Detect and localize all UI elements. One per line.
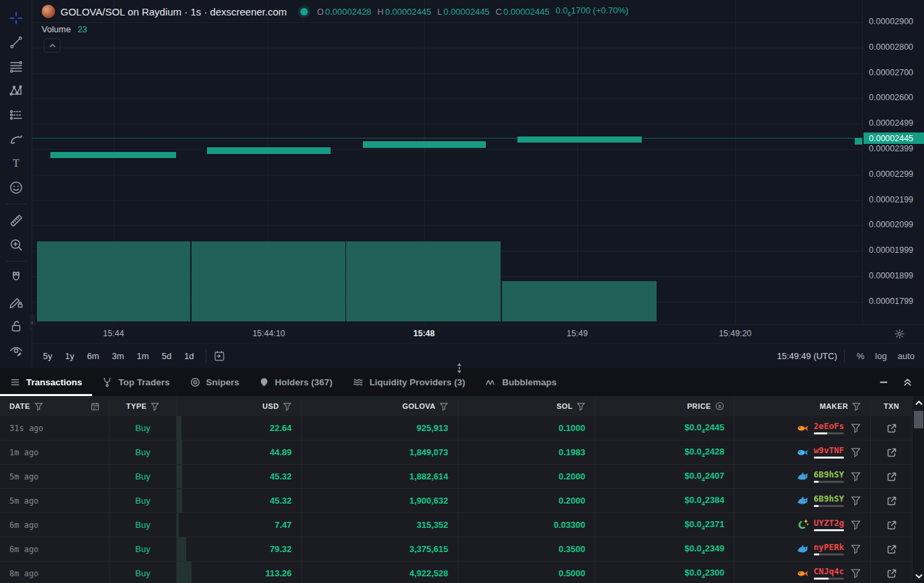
filter-sol-icon[interactable] bbox=[577, 402, 585, 411]
range-button-5y[interactable]: 5y bbox=[38, 349, 57, 363]
table-row[interactable]: 5m ago Buy 45.32 1,900,632 0.2000 $0.042… bbox=[0, 489, 912, 513]
indicator-collapse-button[interactable] bbox=[44, 38, 60, 52]
txn-external-link-icon[interactable] bbox=[886, 544, 897, 555]
col-header-sol[interactable]: SOL bbox=[556, 402, 573, 410]
emoji-tool[interactable] bbox=[4, 176, 28, 200]
tab-holders[interactable]: Holders (367) bbox=[249, 368, 343, 396]
txn-external-link-icon[interactable] bbox=[886, 447, 897, 458]
tx-token-amount: 925,913 bbox=[417, 423, 448, 433]
hide-drawings-tool[interactable] bbox=[4, 338, 28, 362]
maker-address-link[interactable]: w9vTNF bbox=[814, 446, 844, 455]
tab-snipers[interactable]: Snipers bbox=[180, 368, 250, 396]
range-button-6m[interactable]: 6m bbox=[82, 349, 103, 363]
trend-line-tool[interactable] bbox=[4, 30, 28, 54]
tx-price: $0.042407 bbox=[685, 471, 724, 483]
scroll-up-icon[interactable] bbox=[913, 396, 924, 410]
range-button-5d[interactable]: 5d bbox=[157, 349, 176, 363]
text-tool[interactable]: T bbox=[4, 151, 28, 176]
maker-address-link[interactable]: 2eEoFs bbox=[814, 422, 844, 431]
projection-tool[interactable] bbox=[4, 103, 28, 127]
filter-by-maker-icon[interactable] bbox=[851, 496, 861, 506]
range-button-1m[interactable]: 1m bbox=[132, 349, 154, 363]
scrollbar-thumb[interactable] bbox=[914, 411, 923, 428]
scroll-down-icon[interactable] bbox=[913, 570, 924, 583]
xabcd-pattern-tool[interactable] bbox=[4, 79, 28, 103]
time-tick-label: 15:48 bbox=[413, 329, 435, 338]
col-header-golova[interactable]: GOLOVA bbox=[403, 402, 435, 410]
range-button-3m[interactable]: 3m bbox=[108, 349, 129, 363]
expand-panel-icon[interactable] bbox=[903, 377, 912, 387]
scale-button-log[interactable]: log bbox=[875, 351, 886, 361]
filter-by-maker-icon[interactable] bbox=[851, 544, 861, 554]
fib-retracement-tool[interactable] bbox=[4, 54, 28, 79]
filter-date-icon[interactable] bbox=[34, 402, 43, 411]
table-scrollbar[interactable] bbox=[912, 396, 924, 583]
ohlc-readout: O0.00002428 H0.00002445 L0.00002445 C0.0… bbox=[317, 5, 629, 17]
txn-external-link-icon[interactable] bbox=[886, 568, 897, 579]
bubbles-icon bbox=[485, 377, 496, 387]
token-avatar[interactable] bbox=[42, 5, 55, 18]
price-axis[interactable]: 0.00002445 0.000029000.000028000.0000270… bbox=[862, 0, 924, 324]
filter-type-icon[interactable] bbox=[151, 402, 159, 411]
usd-toggle-icon[interactable]: $ bbox=[715, 401, 724, 411]
go-to-date-icon[interactable] bbox=[213, 350, 226, 362]
zoom-in-tool[interactable] bbox=[4, 233, 28, 257]
col-header-date[interactable]: DATE bbox=[9, 402, 30, 410]
table-row[interactable]: 6m ago Buy 79.32 3,375,615 0.3500 $0.042… bbox=[0, 537, 912, 561]
low-label: L bbox=[437, 7, 442, 17]
table-row[interactable]: 6m ago Buy 7.47 315,352 0.03300 $0.04237… bbox=[0, 513, 912, 537]
tab-top-traders[interactable]: Top Traders bbox=[92, 368, 179, 396]
txn-external-link-icon[interactable] bbox=[886, 423, 897, 434]
filter-by-maker-icon[interactable] bbox=[851, 520, 861, 530]
maker-address-link[interactable]: 6B9hSY bbox=[814, 470, 844, 479]
filter-golova-icon[interactable] bbox=[439, 402, 448, 411]
maker-address-link[interactable]: nyPERk bbox=[814, 543, 844, 552]
col-header-price[interactable]: PRICE bbox=[687, 402, 711, 410]
trade-size-bar bbox=[177, 561, 192, 583]
tx-price: $0.042428 bbox=[685, 446, 724, 459]
brush-tool[interactable] bbox=[4, 127, 28, 151]
maker-address-link[interactable]: UYZT2g bbox=[814, 518, 844, 528]
tx-type: Buy bbox=[135, 520, 150, 530]
maker-address-link[interactable]: CNJq4c bbox=[814, 567, 844, 576]
time-axis[interactable]: 15:4415:44:1015:4815:4915:49:20 bbox=[32, 324, 924, 343]
filter-maker-icon[interactable] bbox=[852, 402, 861, 411]
drawing-lock-tool[interactable] bbox=[4, 290, 28, 314]
col-header-maker[interactable]: MAKER bbox=[820, 402, 848, 410]
panel-resize-handle-icon[interactable] bbox=[456, 363, 463, 376]
lock-all-tool[interactable] bbox=[4, 314, 28, 338]
tab-transactions[interactable]: Transactions bbox=[0, 368, 92, 396]
price-tick-label: 0.00002900 bbox=[869, 17, 913, 26]
tab-bubblemaps[interactable]: Bubblemaps bbox=[475, 368, 566, 396]
txn-external-link-icon[interactable] bbox=[886, 496, 897, 506]
filter-usd-icon[interactable] bbox=[283, 402, 292, 411]
table-row[interactable]: 1m ago Buy 44.89 1,849,073 0.1983 $0.042… bbox=[0, 440, 912, 465]
filter-by-maker-icon[interactable] bbox=[851, 568, 861, 578]
range-button-1y[interactable]: 1y bbox=[60, 349, 79, 363]
magnet-tool[interactable] bbox=[4, 266, 28, 290]
scale-button-%[interactable]: % bbox=[857, 351, 865, 361]
filter-by-maker-icon[interactable] bbox=[851, 447, 861, 457]
filter-by-maker-icon[interactable] bbox=[851, 471, 861, 481]
price-chart-plot[interactable] bbox=[32, 0, 862, 324]
axis-settings-gear-icon[interactable] bbox=[894, 328, 905, 342]
measure-tool[interactable] bbox=[4, 208, 28, 233]
time-tick-label: 15:49 bbox=[566, 329, 587, 338]
table-row[interactable]: 31s ago Buy 22.64 925,913 0.1000 $0.0424… bbox=[0, 416, 912, 440]
col-header-type[interactable]: TYPE bbox=[126, 402, 146, 410]
table-row[interactable]: 5m ago Buy 45.32 1,882,614 0.2000 $0.042… bbox=[0, 465, 912, 489]
table-row[interactable]: 8m ago Buy 113.26 4,922,528 0.5000 $0.04… bbox=[0, 561, 912, 583]
calendar-icon[interactable] bbox=[91, 402, 99, 411]
filter-by-maker-icon[interactable] bbox=[851, 423, 861, 433]
maker-address-link[interactable]: 6B9hSY bbox=[814, 494, 844, 504]
scale-button-auto[interactable]: auto bbox=[898, 351, 915, 361]
minimize-panel-icon[interactable] bbox=[879, 377, 888, 387]
txn-external-link-icon[interactable] bbox=[886, 471, 897, 482]
chart-clock[interactable]: 15:49:49 (UTC) bbox=[777, 351, 837, 361]
txn-external-link-icon[interactable] bbox=[886, 520, 897, 531]
range-button-1d[interactable]: 1d bbox=[179, 349, 198, 363]
price-tick-label: 0.00002299 bbox=[869, 169, 913, 179]
series-marker-dot[interactable] bbox=[300, 8, 308, 15]
crosshair-tool[interactable] bbox=[4, 6, 28, 30]
col-header-usd[interactable]: USD bbox=[263, 402, 279, 410]
